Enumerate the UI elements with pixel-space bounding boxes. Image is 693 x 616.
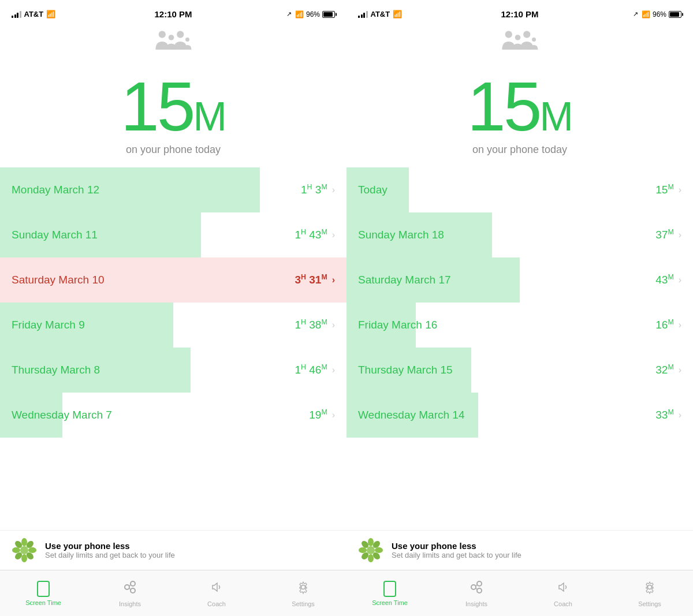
day-time-value: 1H 46M [295,363,327,376]
battery-fill-1 [323,12,333,17]
day-row[interactable]: Monday March 121H 3M› [0,167,346,212]
day-time: 1H 3M› [301,183,335,196]
insights-icon [122,580,137,595]
insights-icon [469,580,484,595]
big-time-2: 15M [467,72,572,141]
day-row[interactable]: Thursday March 1532M› [346,348,693,393]
svg-point-23 [532,37,536,41]
bluetooth-icon-2: 📶 [642,10,650,18]
time-subtitle-2: on your phone today [472,144,567,156]
day-row[interactable]: Today15M› [346,167,693,212]
coach-banner-2[interactable]: Use your phone less Set daily limits and… [346,530,693,570]
chevron-icon: › [332,320,335,330]
time-display-1: 15M on your phone today [0,60,346,167]
wifi-icon-2: 📶 [393,10,402,18]
svg-point-1 [169,35,174,40]
day-time: 37M› [655,228,681,241]
coach-title-2: Use your phone less [392,541,521,551]
day-time-value: 32M [655,363,673,376]
nav-item-coach[interactable]: Coach [173,570,260,616]
nav-item-screen-time[interactable]: Screen Time [0,570,87,616]
day-time: 1H 43M› [295,228,335,241]
nav-item-coach[interactable]: Coach [520,570,606,616]
coach-banner-1[interactable]: Use your phone less Set daily limits and… [0,530,346,570]
nav-label: Settings [292,600,315,607]
day-row[interactable]: Friday March 1616M› [346,303,693,348]
nav-label: Coach [207,600,226,607]
screen-time-icon-active [37,581,50,597]
nav-item-insights[interactable]: Insights [433,570,520,616]
svg-point-14 [125,585,129,589]
svg-point-7 [28,547,36,553]
battery-icon-1 [322,11,335,18]
coach-flower-icon-2 [358,537,383,563]
coach-subtitle-2: Set daily limits and get back to your li… [392,551,521,559]
svg-point-31 [359,547,367,553]
day-time-value: 19M [309,408,327,421]
svg-point-0 [159,31,166,38]
day-label: Sunday March 11 [12,229,295,241]
big-time-1: 15M [121,72,226,141]
day-row[interactable]: Wednesday March 1433M› [346,393,693,438]
day-label: Thursday March 8 [12,364,295,376]
nav-label: Insights [119,600,141,607]
day-row[interactable]: Friday March 91H 38M› [0,303,346,348]
svg-line-17 [129,585,131,586]
big-time-number-1: 15 [121,68,193,145]
location-icon-2: ↗ [633,10,638,18]
day-row[interactable]: Saturday March 1743M› [346,257,693,303]
svg-point-25 [368,538,374,546]
day-time: 33M› [655,408,681,421]
nav-item-insights[interactable]: Insights [87,570,173,616]
chevron-icon: › [679,365,681,375]
day-time-value: 1H 38M [295,318,327,331]
coach-flower-icon-1 [12,537,37,563]
svg-point-9 [21,554,27,562]
day-row[interactable]: Sunday March 1837M› [346,212,693,257]
family-icon-2 [346,25,693,60]
day-row[interactable]: Wednesday March 719M› [0,393,346,438]
day-row[interactable]: Saturday March 103H 31M› [0,257,346,303]
day-time-value: 3H 31M [295,273,327,286]
svg-point-27 [375,547,383,553]
svg-point-22 [523,31,530,38]
svg-point-15 [131,581,135,586]
nav-item-screen-time[interactable]: Screen Time [346,570,433,616]
svg-point-20 [505,31,512,38]
day-time-value: 15M [655,183,673,196]
day-label: Saturday March 17 [358,274,655,286]
day-row[interactable]: Sunday March 111H 43M› [0,212,346,257]
svg-point-16 [131,588,135,593]
svg-point-11 [12,547,20,553]
signal-bars-1 [12,11,21,18]
chevron-icon: › [679,230,681,240]
nav-item-settings[interactable]: Settings [260,570,346,616]
status-bar-1: AT&T 📶 12:10 PM ↗ 📶 96% [0,0,346,25]
day-time: 16M› [655,318,681,331]
svg-point-21 [515,35,521,40]
coach-text-2: Use your phone less Set daily limits and… [392,541,521,559]
svg-point-2 [177,31,184,38]
svg-point-39 [648,585,652,589]
day-time: 43M› [655,273,681,286]
chevron-icon: › [679,410,681,420]
chevron-icon: › [332,230,335,240]
nav-label: Coach [554,600,572,607]
coach-text-1: Use your phone less Set daily limits and… [45,541,175,559]
days-list-2: Today15M›Sunday March 1837M›Saturday Mar… [346,167,693,530]
day-time: 32M› [655,363,681,376]
settings-icon [642,580,657,595]
nav-item-settings[interactable]: Settings [606,570,693,616]
svg-point-3 [185,37,189,41]
day-time: 3H 31M› [295,273,335,286]
day-label: Thursday March 15 [358,364,655,376]
time-label-2: 12:10 PM [501,9,538,19]
wifi-icon-1: 📶 [46,10,55,18]
day-row[interactable]: Thursday March 81H 46M› [0,348,346,393]
time-subtitle-1: on your phone today [126,144,221,156]
settings-icon [296,580,311,595]
nav-label: Screen Time [372,599,408,606]
day-label: Wednesday March 14 [358,409,655,421]
time-display-2: 15M on your phone today [346,60,693,167]
status-left-1: AT&T 📶 [12,10,55,18]
